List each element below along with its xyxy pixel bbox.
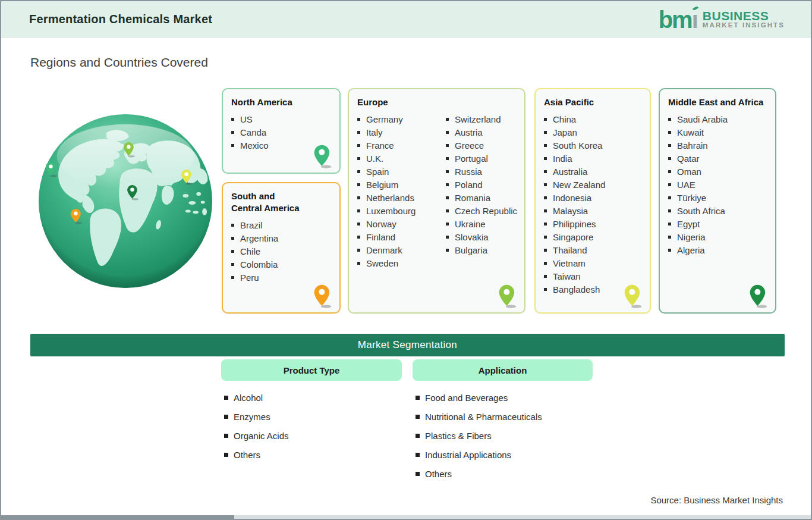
globe-illustration (37, 112, 214, 290)
list-item: Bahrain (668, 139, 769, 152)
list-item-label: Enzymes (234, 412, 270, 422)
list-item-label: Thailand (553, 245, 587, 255)
square-bullet-icon (416, 434, 420, 438)
list-item: Ukraine (446, 217, 517, 230)
list-item: Indonesia (544, 191, 644, 204)
square-bullet-icon (357, 196, 360, 199)
list-item: Sweden (357, 256, 446, 270)
list-item-label: Singapore (553, 232, 593, 242)
list-item-label: UAE (677, 180, 695, 190)
list-item-label: Indonesia (553, 193, 591, 203)
list-item: Russia (446, 165, 517, 178)
list-item: Enzymes (224, 407, 289, 426)
list-item-label: Japan (553, 127, 577, 137)
header-bar: Fermentation Chemicals Market bmı BUSINE… (1, 1, 811, 38)
list-item-label: France (366, 140, 394, 151)
square-bullet-icon (231, 131, 234, 134)
list-item-label: Belgium (366, 180, 398, 190)
list-item: Nigeria (668, 230, 769, 243)
list-item-label: Finland (366, 232, 395, 242)
square-bullet-icon (357, 157, 360, 160)
square-bullet-icon (231, 237, 234, 240)
square-bullet-icon (668, 170, 671, 173)
square-bullet-icon (544, 131, 547, 134)
list-item: New Zealand (544, 178, 644, 191)
list-item-label: Industrial Applications (425, 450, 511, 460)
list-item: Plastics & Fibers (416, 426, 542, 445)
globe-pin-south-america (70, 208, 83, 224)
list-item-label: India (553, 154, 572, 164)
list-item: France (357, 139, 446, 152)
horizontal-scrollbar-track[interactable] (1, 515, 811, 519)
square-bullet-icon (544, 236, 547, 239)
application-list: Food and BeveragesNutritional & Pharmace… (416, 388, 542, 483)
square-bullet-icon (224, 434, 228, 438)
list-item: Brazil (231, 218, 333, 231)
list-item: Vietnam (544, 256, 644, 270)
square-bullet-icon (544, 275, 547, 278)
square-bullet-icon (668, 144, 671, 147)
square-bullet-icon (357, 223, 360, 225)
list-item: Portugal (446, 152, 517, 165)
region-card-south-central-america: South and Central America BrazilArgentin… (222, 182, 341, 314)
list-item: Finland (357, 230, 446, 243)
square-bullet-icon (446, 144, 449, 147)
list-item-label: Czech Republic (455, 206, 517, 216)
list-item: Philippines (544, 217, 644, 230)
list-item-label: U.K. (366, 154, 383, 164)
list-item: Italy (357, 126, 446, 139)
horizontal-scrollbar-thumb[interactable] (1, 515, 234, 519)
square-bullet-icon (231, 118, 234, 121)
list-item-label: Poland (455, 180, 483, 190)
square-bullet-icon (446, 223, 449, 225)
list-item: Netherlands (357, 191, 446, 204)
square-bullet-icon (231, 144, 234, 147)
region-title: South and Central America (231, 190, 333, 214)
square-bullet-icon (544, 183, 547, 186)
list-item-label: New Zealand (553, 180, 605, 190)
list-item-label: Denmark (366, 245, 402, 255)
bmi-logo-icon: bmı (659, 10, 697, 30)
list-item-label: Kuwait (677, 127, 704, 137)
list-item: Malaysia (544, 204, 644, 217)
list-item-label: Vietnam (553, 258, 586, 268)
list-item-label: Algeria (677, 245, 705, 255)
list-item: Luxembourg (357, 204, 446, 217)
pill-product-type: Product Type (221, 359, 402, 381)
list-item: U.K. (357, 152, 446, 165)
square-bullet-icon (224, 415, 228, 419)
globe-pin-middle-east (127, 184, 139, 201)
list-item: Czech Republic (446, 204, 517, 217)
square-bullet-icon (544, 249, 547, 252)
list-item-label: Bahrain (677, 140, 708, 151)
list-item-label: Nutritional & Pharmaceuticals (425, 412, 542, 422)
list-item-label: China (553, 114, 576, 124)
list-item-label: Plastics & Fibers (425, 431, 492, 441)
square-bullet-icon (544, 209, 547, 212)
list-item: Peru (231, 271, 333, 284)
list-item-label: Switzerland (455, 114, 501, 124)
list-item: Singapore (544, 230, 644, 243)
square-bullet-icon (416, 472, 420, 476)
list-item: Qatar (668, 152, 769, 165)
logo-wordmark: BUSINESS MARKET INSIGHTS (703, 10, 785, 29)
list-item-label: South Korea (553, 140, 602, 151)
list-item: Bulgaria (446, 243, 517, 256)
infographic-frame: Fermentation Chemicals Market bmı BUSINE… (0, 0, 812, 520)
square-bullet-icon (357, 249, 360, 252)
list-item-label: Romania (455, 193, 490, 203)
list-item-label: Nigeria (677, 232, 706, 242)
country-list: BrazilArgentinaChileColombiaPeru (231, 218, 333, 284)
square-bullet-icon (668, 249, 671, 252)
list-item-label: Peru (240, 272, 259, 283)
square-bullet-icon (357, 236, 360, 239)
square-bullet-icon (446, 209, 449, 212)
square-bullet-icon (544, 118, 547, 121)
list-item-label: Sweden (366, 258, 398, 268)
list-item: Nutritional & Pharmaceuticals (416, 407, 542, 426)
segmentation-title: Market Segmentation (358, 339, 457, 351)
square-bullet-icon (231, 250, 234, 253)
list-item: Austria (446, 126, 517, 139)
list-item: Türkiye (668, 191, 769, 204)
list-item: Kuwait (668, 126, 769, 139)
